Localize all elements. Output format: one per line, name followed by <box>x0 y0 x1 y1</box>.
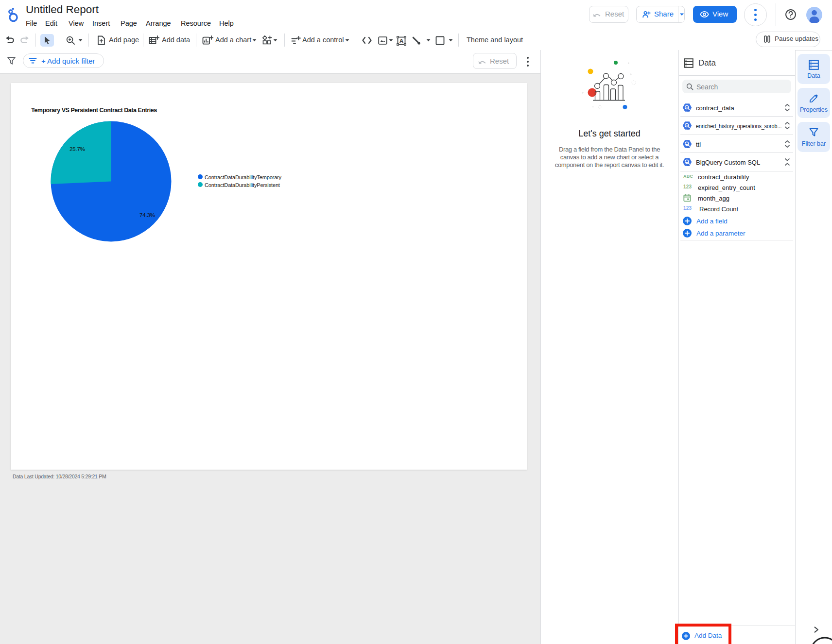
svg-text:A: A <box>399 38 403 45</box>
